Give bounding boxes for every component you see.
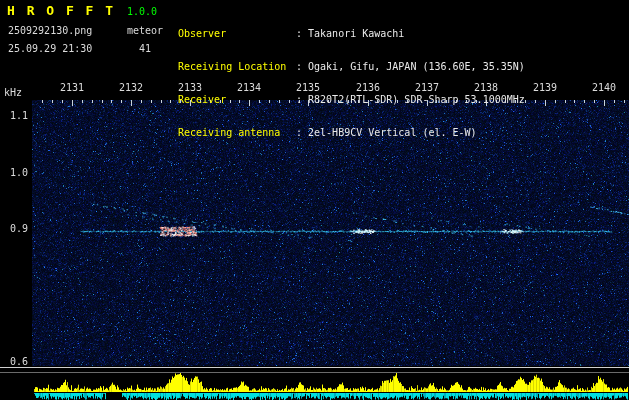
info-row-receiver: Receiver: R820T2(RTL-SDR) SDR-Sharp 53.1… xyxy=(178,94,525,105)
time-tick-label: 2133 xyxy=(177,82,203,93)
info-label-observer: Observer xyxy=(178,28,296,39)
output-filename: 2509292130.png xyxy=(8,25,92,36)
time-tick-label: 2138 xyxy=(473,82,499,93)
time-tick-label: 2136 xyxy=(355,82,381,93)
info-label-location: Receiving Location xyxy=(178,61,296,72)
time-tick-label: 2139 xyxy=(532,82,558,93)
info-label-receiver: Receiver xyxy=(178,94,296,105)
info-value-receiver: : R820T2(RTL-SDR) SDR-Sharp 53.1000MHz xyxy=(296,94,525,105)
info-row-observer: Observer: Takanori Kawachi xyxy=(178,28,525,39)
echo-count: 41 xyxy=(139,43,151,54)
datetime-label: 25.09.29 21:30 xyxy=(8,43,92,54)
time-tick-label: 2135 xyxy=(295,82,321,93)
time-tick-label: 2137 xyxy=(414,82,440,93)
freq-tick-label: 0.6 xyxy=(2,356,28,367)
info-row-location: Receiving Location: Ogaki, Gifu, JAPAN (… xyxy=(178,61,525,72)
freq-tick-label: 0.9 xyxy=(2,223,28,234)
time-tick-label: 2140 xyxy=(591,82,617,93)
info-value-observer: : Takanori Kawachi xyxy=(296,28,404,39)
app-version: 1.0.0 xyxy=(127,6,157,17)
info-value-antenna: : 2el-HB9CV Vertical (el. E-W) xyxy=(296,127,477,138)
hrofft-window: H R O F F T 1.0.0 2509292130.png meteor … xyxy=(0,0,629,400)
info-value-location: : Ogaki, Gifu, JAPAN (136.60E, 35.35N) xyxy=(296,61,525,72)
freq-tick-label: 1.0 xyxy=(2,167,28,178)
info-row-antenna: Receiving antenna: 2el-HB9CV Vertical (e… xyxy=(178,127,525,138)
freq-tick-label: 1.1 xyxy=(2,110,28,121)
freq-axis-unit: kHz xyxy=(4,87,22,98)
time-tick-label: 2131 xyxy=(59,82,85,93)
info-label-antenna: Receiving antenna xyxy=(178,127,296,138)
app-title: H R O F F T xyxy=(7,3,115,18)
time-tick-label: 2134 xyxy=(236,82,262,93)
time-tick-label: 2132 xyxy=(118,82,144,93)
mode-label: meteor xyxy=(127,25,163,36)
